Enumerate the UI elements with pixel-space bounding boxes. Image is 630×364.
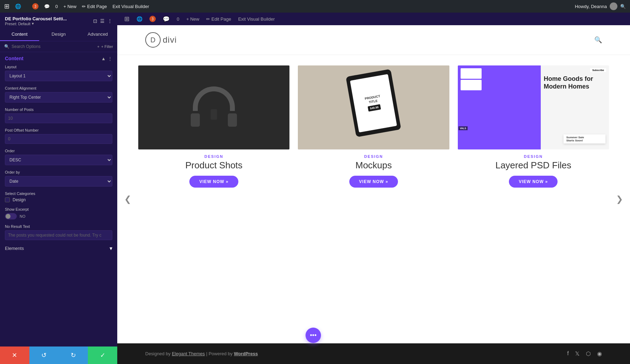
search-icon-admin[interactable]: 🔍 [620,4,626,9]
content-alignment-label: Content Alignment [5,86,112,90]
carousel-btn-2[interactable]: VIEW NOW » [349,176,398,188]
post-offset-input[interactable] [5,134,112,144]
admin-bar: ⊞ 🌐 3 💬 0 + New ✏ Edit Page Exit Visual … [0,0,630,13]
subscribe-badge: Subscribe [590,68,606,72]
cancel-icon: ✕ [12,351,17,359]
site-search-icon[interactable]: 🔍 [594,36,602,44]
sidebar-preset: Preset: Default ▾ [5,21,67,26]
category-design-checkbox[interactable] [5,197,10,202]
category-design-label: Design [13,197,26,202]
section-icon-group: ▲ ⋮ [101,56,112,61]
search-icon: 🔍 [4,44,9,49]
logo-circle: D [145,32,161,48]
order-by-select[interactable]: Date Title Author Random [5,176,112,187]
edit-page-nav-link[interactable]: ✏ Edit Page [206,16,231,22]
collapse-icon[interactable]: ▲ [101,56,106,61]
show-excerpt-field: Show Excerpt NO [5,207,112,219]
site-name-icon: 🌐 [15,4,21,9]
grid-icon[interactable]: ⊡ [93,18,97,24]
layout-select[interactable]: Layout 1 Layout 2 Layout 3 [5,71,112,81]
carousel-btn-3[interactable]: VIEW NOW » [509,176,558,188]
new-button[interactable]: + New [63,4,76,9]
tab-design[interactable]: Design [39,28,78,41]
site-footer: Designed by Elegant Themes | Powered by … [117,343,630,364]
toggle-no-label: NO [20,214,26,218]
sidebar-icon-group: ⊡ ☰ ⋮ [93,18,112,24]
update-count[interactable]: 3 [32,3,38,9]
search-input[interactable] [12,44,97,49]
carousel-item-1: DESIGN Product Shots VIEW NOW » [138,65,289,188]
carousel-right-arrow[interactable]: ❯ [616,194,623,204]
post-offset-field: Post Offset Number [5,128,112,144]
howdy-text: Howdy, Deanna [575,4,607,9]
layout-icon[interactable]: ☰ [100,18,105,24]
howdy-section: Howdy, Deanna 🔍 [575,2,626,10]
number-of-posts-input[interactable] [5,113,112,123]
updates-badge[interactable]: 3 [149,16,156,22]
new-nav-link[interactable]: + New [186,16,199,22]
tablet-screen: PRODUCTTITLE $49.99 [350,74,397,132]
exit-builder-nav-link[interactable]: Exit Visual Builder [238,16,275,22]
wp-logo-icon: ⊞ [4,2,9,10]
comments-nav-icon: 💬 [163,16,170,22]
footer-elegant-themes-link[interactable]: Elegant Themes [172,351,205,356]
facebook-icon[interactable]: f [567,350,569,357]
redo-button[interactable]: ↻ [59,346,88,364]
carousel-left-arrow[interactable]: ❮ [124,194,131,204]
carousel-category-3: DESIGN [524,154,543,159]
sidebar: DE Portfolio Carousel Setti... Preset: D… [0,13,117,364]
tab-content[interactable]: Content [0,28,39,41]
product-price: $49.99 [368,104,382,111]
fab-button[interactable]: ••• [306,328,321,343]
show-excerpt-toggle-row: NO [5,213,112,219]
order-select[interactable]: DESC ASC [5,155,112,165]
carousel-btn-1[interactable]: VIEW NOW » [189,176,238,188]
thumbnail-grid: Summer SaleStarts Soon! [564,134,606,144]
category-design-row: Design [5,197,112,202]
carousel-title-3: Layered PSD Files [495,160,571,171]
design-big-text: Home Goods for Modern Homes [544,75,606,90]
avatar [610,2,617,10]
order-field: Order DESC ASC [5,149,112,165]
site-header: D divi 🔍 [117,25,630,55]
content-section-title: Content [5,56,23,61]
filter-plus-icon: + [97,44,99,49]
comment-icon: 💬 [44,4,50,9]
edit-page-button[interactable]: ✏ Edit Page [82,4,107,9]
carousel-image-3: Home Goods for Modern Homes Summer SaleS… [458,65,609,149]
wp-nav-bar: ⊞ 🌐 3 💬 0 + New ✏ Edit Page Exit Visual … [117,13,630,25]
footer-left: Designed by Elegant Themes | Powered by … [145,351,258,356]
more-icon[interactable]: ⋮ [107,18,112,24]
twitter-x-icon[interactable]: 𝕏 [575,350,580,357]
elements-header[interactable]: Elements ▾ [5,245,112,252]
tab-advanced[interactable]: Advanced [78,28,117,41]
save-icon: ✓ [100,351,105,359]
select-categories-label: Select Categories [5,191,112,196]
layout-field: Layout Layout 1 Layout 2 Layout 3 [5,65,112,81]
content-alignment-select[interactable]: Right Top Center Left Top Center Center [5,92,112,103]
preset-arrow-icon: ▾ [32,21,34,26]
content-alignment-field: Content Alignment Right Top Center Left … [5,86,112,103]
post-offset-label: Post Offset Number [5,128,112,132]
carousel-item-2: PRODUCTTITLE $49.99 DESIGN Mockups VIEW … [298,65,449,188]
content-section-header: Content ▲ ⋮ [5,56,112,61]
carousel-title-2: Mockups [355,160,392,171]
fab-icon: ••• [310,332,317,339]
cancel-button[interactable]: ✕ [0,346,29,364]
footer-wordpress-link[interactable]: WordPress [234,351,258,356]
order-label: Order [5,149,112,153]
redo-icon: ↻ [71,351,76,359]
show-excerpt-toggle[interactable] [5,213,17,219]
undo-button[interactable]: ↺ [29,346,59,364]
filter-button[interactable]: + + Filter [97,44,113,49]
elements-title: Elements [5,246,24,251]
exit-builder-button[interactable]: Exit Visual Builder [112,4,149,9]
section-more-icon[interactable]: ⋮ [108,56,112,61]
carousel-image-1 [138,65,289,149]
no-result-text-input[interactable] [5,230,112,240]
instagram-icon[interactable]: ⬡ [586,350,591,357]
save-button[interactable]: ✓ [88,346,117,364]
show-excerpt-label: Show Excerpt [5,207,112,211]
rss-icon[interactable]: ◉ [597,350,602,357]
site-nav-icon: 🌐 [136,16,142,22]
